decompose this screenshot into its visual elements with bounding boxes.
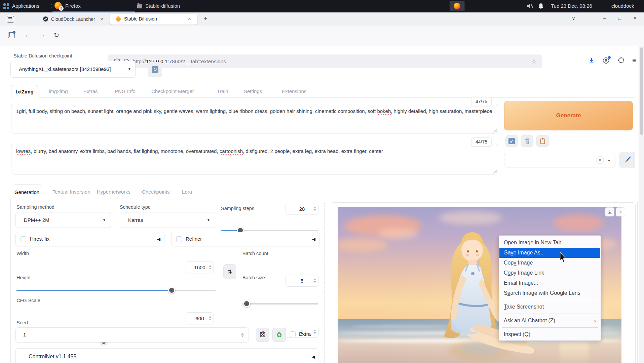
refiner-section[interactable]: Refiner ◀ bbox=[171, 232, 319, 246]
batch-count-slider[interactable] bbox=[242, 303, 318, 305]
width-slider[interactable] bbox=[16, 290, 216, 291]
menu-item-ask-ai-chatbot[interactable]: Ask an AI Chatbot (Z)› bbox=[499, 316, 601, 326]
tab-checkpoint-merger[interactable]: Checkpoint Merger bbox=[151, 88, 194, 94]
edit-styles-button[interactable] bbox=[619, 152, 635, 168]
trash-icon bbox=[525, 138, 530, 144]
close-window-button[interactable]: × bbox=[634, 15, 637, 21]
tab-lora[interactable]: Lora bbox=[182, 189, 192, 195]
sampling-steps-input[interactable]: 28 bbox=[286, 203, 318, 214]
hires-fix-section[interactable]: Hires. fix ◀ bbox=[15, 232, 164, 246]
notification-bell-icon[interactable] bbox=[538, 3, 544, 9]
maximize-button[interactable]: □ bbox=[618, 15, 621, 21]
minimize-button[interactable]: – bbox=[603, 15, 606, 21]
scrollbar-thumb[interactable] bbox=[640, 47, 643, 135]
tab-generation[interactable]: Generation bbox=[13, 184, 41, 199]
tab-extensions[interactable]: Extensions bbox=[282, 88, 306, 94]
clear-styles-icon[interactable]: × bbox=[596, 156, 604, 164]
checkpoint-value: AnythingXL_xl.safetensors [8421598e93] bbox=[19, 66, 111, 72]
menu-hamburger-icon[interactable]: ≡ bbox=[632, 56, 636, 65]
height-input[interactable]: 900 bbox=[186, 312, 214, 324]
tab-hypernetworks[interactable]: Hypernetworks bbox=[97, 189, 130, 195]
clock[interactable]: Tue 23 Dec, 08:26 bbox=[551, 3, 592, 9]
refiner-checkbox[interactable] bbox=[176, 236, 182, 242]
negative-prompt-textarea[interactable]: lowres, blurry, bad anatomy, extra limbs… bbox=[11, 144, 498, 174]
tab-img2img[interactable]: img2img bbox=[49, 88, 68, 94]
stepper-icon[interactable] bbox=[313, 207, 316, 211]
apply-prompt-button[interactable]: ↙ bbox=[505, 135, 518, 147]
extra-seed-checkbox[interactable] bbox=[290, 331, 296, 337]
menu-item-search-google-lens[interactable]: Search Image with Google Lens bbox=[499, 288, 601, 298]
batch-count-input[interactable]: 5 bbox=[286, 275, 318, 287]
collapse-arrow-icon[interactable]: ◀ bbox=[312, 354, 315, 359]
tab-manager-icon[interactable] bbox=[7, 16, 14, 23]
resize-handle[interactable] bbox=[493, 169, 497, 173]
width-value: 1600 bbox=[194, 265, 205, 270]
tray-firefox-icon bbox=[454, 3, 460, 9]
taskbar-window-firefox[interactable]: 2 Firefox bbox=[52, 0, 135, 12]
close-tab-icon[interactable]: × bbox=[100, 16, 103, 22]
tab-checkpoints[interactable]: Checkpoints bbox=[142, 189, 170, 195]
collapse-arrow-icon[interactable]: ◀ bbox=[157, 237, 160, 242]
tab-png-info[interactable]: PNG Info bbox=[115, 88, 136, 94]
menu-item-copy-image-link[interactable]: Copy Image Link bbox=[499, 268, 601, 278]
sampling-steps-slider[interactable] bbox=[221, 230, 318, 231]
tab-settings[interactable]: Settings bbox=[244, 88, 262, 94]
extensions-puzzle-icon[interactable] bbox=[618, 57, 624, 64]
stepper-icon[interactable] bbox=[209, 265, 212, 270]
stepper-icon[interactable] bbox=[209, 316, 212, 321]
browser-tab-clouddock[interactable]: CloudDock Launcher × bbox=[40, 14, 108, 24]
tab-train[interactable]: Train bbox=[217, 88, 228, 94]
hires-fix-checkbox[interactable] bbox=[21, 236, 26, 242]
downloads-icon[interactable] bbox=[589, 57, 595, 64]
menu-item-copy-image[interactable]: Copy Image bbox=[499, 258, 601, 268]
collapse-arrow-icon[interactable]: ◀ bbox=[312, 237, 315, 242]
menu-item-take-screenshot[interactable]: Take Screenshot bbox=[499, 302, 601, 312]
back-icon[interactable]: ← bbox=[24, 31, 31, 39]
menu-item-open-image[interactable]: Open Image in New Tab bbox=[499, 238, 601, 248]
batch-count-value: 5 bbox=[301, 278, 303, 284]
browser-tab-stable-diffusion[interactable]: Stable Diffusion × bbox=[110, 14, 197, 25]
user-name[interactable]: clouddock bbox=[611, 3, 634, 9]
new-tab-button[interactable]: + bbox=[204, 15, 207, 22]
menu-item-email-image[interactable]: Email Image... bbox=[499, 278, 601, 288]
close-tab-icon[interactable]: × bbox=[188, 16, 191, 22]
list-tabs-chevron[interactable]: ∨ bbox=[572, 15, 575, 21]
schedule-type-dropdown[interactable]: Karras ▼ bbox=[120, 212, 215, 228]
tray-firefox-button[interactable] bbox=[450, 1, 464, 11]
checkpoint-dropdown[interactable]: AnythingXL_xl.safetensors [8421598e93] ▼ bbox=[10, 61, 136, 78]
page-scrollbar[interactable] bbox=[639, 46, 644, 363]
column-resize-handle[interactable] bbox=[324, 203, 327, 363]
tab-txt2img[interactable]: txt2img bbox=[11, 85, 38, 98]
prompt-textarea[interactable]: 1girl, full body, sitting on beach, suns… bbox=[11, 104, 498, 133]
tab-extras[interactable]: Extras bbox=[83, 88, 98, 94]
volume-muted-icon[interactable] bbox=[527, 3, 533, 9]
controlnet-accordion[interactable]: ControlNet v1.1.455 ◀ bbox=[15, 348, 318, 363]
refresh-checkpoint-button[interactable]: ↻ bbox=[148, 62, 162, 77]
close-image-button[interactable]: × bbox=[616, 207, 625, 216]
forward-icon[interactable]: → bbox=[39, 31, 45, 39]
menu-item-save-image-as[interactable]: Save Image As... bbox=[499, 248, 600, 258]
prompt-token-counter: 47/75 bbox=[471, 97, 492, 106]
sampling-method-dropdown[interactable]: DPM++ 2M ▼ bbox=[15, 212, 111, 228]
address-bar[interactable]: http://127.0.0.1:7860/?__tab=extensions … bbox=[108, 54, 542, 68]
reload-icon[interactable]: ↻ bbox=[54, 31, 59, 39]
stepper-icon[interactable] bbox=[313, 279, 316, 283]
clear-prompt-button[interactable] bbox=[521, 135, 533, 147]
width-input[interactable]: 1600 bbox=[186, 261, 214, 273]
stepper-icon[interactable] bbox=[241, 333, 244, 337]
paste-style-button[interactable] bbox=[536, 135, 549, 147]
seed-input[interactable]: -1 bbox=[15, 327, 249, 342]
generate-button[interactable]: Generate bbox=[504, 101, 633, 130]
tab-textual-inversion[interactable]: Textual Inversion bbox=[52, 189, 90, 195]
taskbar-window-stable-diffusion[interactable]: Stable-diffusion bbox=[137, 0, 211, 12]
swap-dimensions-button[interactable]: ⇅ bbox=[223, 264, 236, 279]
menu-item-inspect[interactable]: Inspect (Q) bbox=[499, 329, 601, 339]
resize-handle[interactable] bbox=[493, 128, 497, 132]
reuse-seed-button[interactable]: ♻ bbox=[272, 328, 286, 342]
random-seed-button[interactable]: ⚄ bbox=[256, 328, 269, 342]
styles-dropdown[interactable]: × ▼ bbox=[504, 153, 615, 167]
download-image-button[interactable] bbox=[605, 207, 614, 216]
stepper-icon[interactable] bbox=[313, 330, 316, 334]
applications-menu[interactable]: Applications bbox=[12, 3, 39, 9]
bookmark-star-icon[interactable]: ☆ bbox=[531, 58, 537, 65]
